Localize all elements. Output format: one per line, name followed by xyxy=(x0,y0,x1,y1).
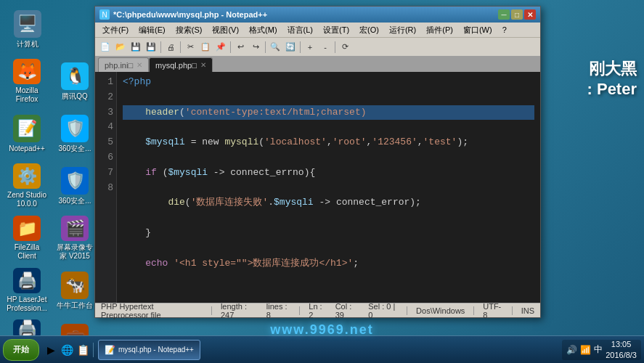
menu-file[interactable]: 文件(F) xyxy=(98,24,133,36)
desktop-icon-hp[interactable]: 🖨️ HP LaserJet Profession... xyxy=(4,265,50,316)
tab-bar: php.ini□ ✕ mysql.php□ ✕ xyxy=(95,56,540,72)
menu-view[interactable]: 视图(V) xyxy=(208,24,243,36)
close-button[interactable]: ✕ xyxy=(524,9,536,20)
tool-paste[interactable]: 📌 xyxy=(213,40,228,54)
status-eol: Dos\Windows xyxy=(416,306,465,315)
start-button[interactable]: 开始 xyxy=(3,339,39,361)
taskbar-notepad-btn[interactable]: 📝 mysql.php - Notepad++ xyxy=(98,340,200,360)
tool-save-all[interactable]: 💾 xyxy=(144,40,158,54)
tool-redo[interactable]: ↪ xyxy=(248,40,263,54)
right-panel: 刚大黑 : Peter xyxy=(587,58,637,99)
status-encoding: UTF-8 xyxy=(483,302,503,319)
ql-browser[interactable]: 🌐 xyxy=(60,343,74,357)
toolbar-separator-6 xyxy=(335,41,335,53)
menu-settings[interactable]: 设置(T) xyxy=(319,24,354,36)
tab-mysql[interactable]: mysql.php□ ✕ xyxy=(149,57,213,72)
desktop-icon-360safe[interactable]: 🛡️ 360安全... xyxy=(52,108,98,159)
menu-format[interactable]: 格式(M) xyxy=(245,24,282,36)
window-title: *C:\phpedu\www\mysql.php - Notepad++ xyxy=(113,10,267,19)
menu-window[interactable]: 窗口(W) xyxy=(459,24,497,36)
tool-new[interactable]: 📄 xyxy=(98,40,113,54)
watermark: www.9969.net xyxy=(270,322,373,338)
desktop-icons-panel: 🖥️ 计算机 🦊 Mozilla Firefox 🐧 腾讯QQ 📝 Notepa… xyxy=(0,0,102,334)
notepad-window: N *C:\phpedu\www\mysql.php - Notepad++ ─… xyxy=(94,6,541,318)
start-label: 开始 xyxy=(13,344,29,355)
tab-mysql-label: mysql.php□ xyxy=(155,61,197,70)
desktop-icon-screen[interactable]: 🎬 屏幕录像专家 V2015 xyxy=(52,213,98,264)
desktop-icon-firefox[interactable]: 🦊 Mozilla Firefox xyxy=(4,56,50,107)
toolbar-separator-1 xyxy=(160,41,161,53)
tool-zoom-out[interactable]: - xyxy=(318,40,333,54)
status-col: Col : 39 xyxy=(335,302,360,319)
tray-date-value: 2016/8/3 xyxy=(606,350,637,360)
tab-phpini[interactable]: php.ini□ ✕ xyxy=(98,57,149,72)
tool-undo[interactable]: ↩ xyxy=(233,40,248,54)
desktop-icon-filezilla[interactable]: 📁 FileZilla Client xyxy=(4,213,50,264)
tool-find[interactable]: 🔍 xyxy=(268,40,282,54)
status-sel: Sel : 0 | 0 xyxy=(368,302,398,319)
menu-plugins[interactable]: 插件(P) xyxy=(422,24,457,36)
tray-icon-lang: 中 xyxy=(594,343,603,356)
status-ins: INS xyxy=(521,306,534,315)
desktop-icon-computer[interactable]: 🖥️ 计算机 xyxy=(4,4,51,54)
tool-sync[interactable]: ⟳ xyxy=(338,40,352,54)
tool-print[interactable]: 🖨 xyxy=(163,40,178,54)
line-numbers: 1 2 3 4 5 6 7 8 xyxy=(95,72,117,303)
tray-time-value: 13:05 xyxy=(606,339,637,349)
editor[interactable]: 1 2 3 4 5 6 7 8 <?php header('content-ty… xyxy=(95,72,540,303)
tray-icon-network: 🔊 xyxy=(566,345,577,355)
code-editor[interactable]: <?php header('content-type:text/html;cha… xyxy=(117,72,540,303)
status-lines: lines : 8 xyxy=(266,302,291,319)
menu-help[interactable]: ? xyxy=(498,25,511,35)
desktop-icon-qq[interactable]: 🐧 腾讯QQ xyxy=(52,56,98,107)
menu-edit[interactable]: 编辑(E) xyxy=(134,24,170,36)
tool-open[interactable]: 📂 xyxy=(113,40,128,54)
tray-clock[interactable]: 13:05 2016/8/3 xyxy=(606,339,637,360)
ql-clipboard[interactable]: 📋 xyxy=(76,343,90,357)
menu-language[interactable]: 语言(L) xyxy=(283,24,317,36)
menu-search[interactable]: 搜索(S) xyxy=(171,24,207,36)
menu-run[interactable]: 运行(R) xyxy=(385,24,420,36)
tab-phpini-close[interactable]: ✕ xyxy=(136,61,142,69)
tool-save[interactable]: 💾 xyxy=(129,40,143,54)
desktop: 🖥️ 计算机 🦊 Mozilla Firefox 🐧 腾讯QQ 📝 Notepa… xyxy=(0,0,644,363)
desktop-icon-zend[interactable]: ⚙️ Zend Studio 10.0.0 xyxy=(4,160,50,211)
tray-icon-volume: 📶 xyxy=(580,345,591,355)
desktop-icon-360safe2[interactable]: 🛡️ 360安全... xyxy=(52,160,98,211)
taskbar: 开始 ▶ 🌐 📋 📝 mysql.php - Notepad++ 🔊 📶 中 1… xyxy=(0,335,644,363)
tool-zoom-in[interactable]: + xyxy=(303,40,317,54)
menu-bar: 文件(F) 编辑(E) 搜索(S) 视图(V) 格式(M) 语言(L) 设置(T… xyxy=(95,23,540,37)
title-bar: N *C:\phpedu\www\mysql.php - Notepad++ ─… xyxy=(95,7,540,23)
tool-copy[interactable]: 📋 xyxy=(198,40,213,54)
status-ln: Ln : 2 xyxy=(309,302,326,319)
right-panel-line1: 刚大黑 xyxy=(587,58,637,80)
taskbar-notepad-label: mysql.php - Notepad++ xyxy=(118,346,194,354)
ql-show-desktop[interactable]: ▶ xyxy=(44,343,58,357)
right-panel-line2: : Peter xyxy=(587,80,637,99)
toolbar-separator-2 xyxy=(180,41,181,53)
tool-replace[interactable]: 🔄 xyxy=(283,40,298,54)
toolbar-separator-4 xyxy=(265,41,266,53)
tab-mysql-close[interactable]: ✕ xyxy=(200,61,206,69)
app-icon: N xyxy=(99,9,110,20)
status-bar: PHP Hypertext Preprocessor file length :… xyxy=(95,303,540,317)
tab-phpini-label: php.ini□ xyxy=(105,61,133,70)
toolbar: 📄 📂 💾 💾 🖨 ✂ 📋 📌 ↩ ↪ 🔍 🔄 + - ⟳ xyxy=(95,37,540,56)
maximize-button[interactable]: □ xyxy=(511,9,523,20)
status-length: length : 247 xyxy=(221,302,258,319)
desktop-icon-cattle[interactable]: 🐄 牛牛工作台 xyxy=(52,265,98,316)
toolbar-separator-5 xyxy=(300,41,301,53)
menu-macro[interactable]: 宏(O) xyxy=(355,24,383,36)
desktop-icon-notepad[interactable]: 📝 Notepad++ xyxy=(4,108,50,159)
toolbar-separator-3 xyxy=(230,41,231,53)
tool-cut[interactable]: ✂ xyxy=(183,40,197,54)
minimize-button[interactable]: ─ xyxy=(498,9,510,20)
status-filetype: PHP Hypertext Preprocessor file xyxy=(101,302,203,319)
quick-launch: ▶ 🌐 📋 xyxy=(41,343,94,357)
system-tray: 🔊 📶 中 13:05 2016/8/3 xyxy=(562,340,641,360)
